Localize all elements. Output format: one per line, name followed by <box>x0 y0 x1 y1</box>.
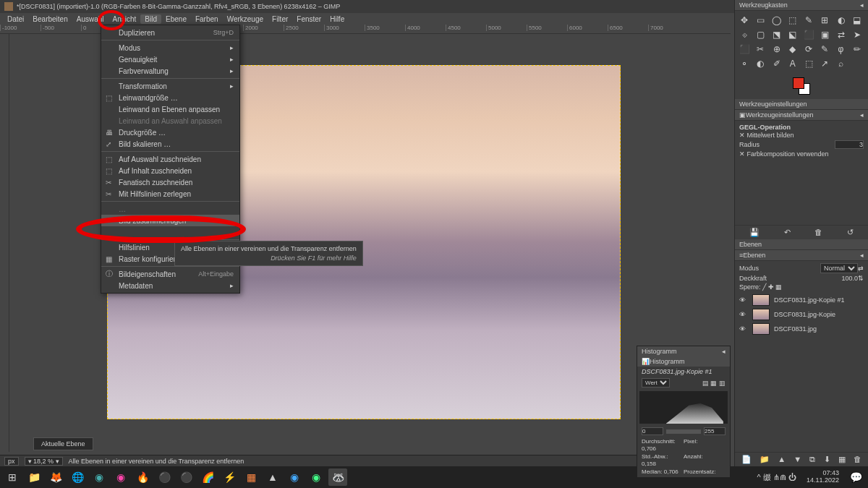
menu-bild-skalieren[interactable]: ⤢Bild skalieren … <box>101 138 239 150</box>
unit-select[interactable]: px <box>4 457 19 466</box>
lock-icons[interactable]: ╱ ✚ ▦ <box>762 283 782 291</box>
tab-menu-icon[interactable]: ◂ <box>860 111 864 119</box>
tool-28[interactable]: ⬚ <box>802 57 815 70</box>
menu-hilfe[interactable]: Hilfe <box>326 14 349 24</box>
menu-duplizieren[interactable]: DuplizierenStrg+D <box>101 27 239 38</box>
chrome-icon[interactable]: 🌐 <box>68 468 87 486</box>
start-button[interactable]: ⊞ <box>3 468 22 486</box>
menu-modus[interactable]: Modus▸ <box>101 42 239 53</box>
blend-mode-select[interactable]: Normal <box>820 263 858 273</box>
tool-9[interactable]: ▢ <box>754 28 767 41</box>
app-icon[interactable]: ⚫ <box>176 468 195 486</box>
tool-8[interactable]: ⟐ <box>738 28 751 41</box>
visibility-icon[interactable]: 👁 <box>739 296 748 304</box>
tool-19[interactable]: ◆ <box>786 43 799 56</box>
menu-ebene[interactable]: Ebene <box>161 14 191 24</box>
menu-transformation[interactable]: Transformation▸ <box>101 80 239 92</box>
app-icon[interactable]: ▲ <box>263 468 282 486</box>
menu-ansicht[interactable]: Ansicht <box>109 14 141 24</box>
reset-icon[interactable]: ↺ <box>847 228 854 237</box>
tool-27[interactable]: A <box>786 57 799 70</box>
channel-select[interactable]: Wert <box>642 378 670 388</box>
menu-fenster[interactable]: Fenster <box>292 14 326 24</box>
menu-datei[interactable]: Datei <box>3 14 28 24</box>
delete-layer-icon[interactable]: 🗑 <box>854 455 861 464</box>
menu-leinwand-ebenen[interactable]: Leinwand an Ebenen anpassen <box>101 103 239 115</box>
taskbar-clock[interactable]: 07:4314.11.2022 <box>802 470 843 484</box>
menu-metadaten[interactable]: Metadaten▸ <box>101 280 239 291</box>
tool-29[interactable]: ↗ <box>818 57 831 70</box>
visibility-icon[interactable]: 👁 <box>739 311 748 318</box>
opacity-spinner[interactable]: ⇅ <box>858 275 864 282</box>
tool-1[interactable]: ▭ <box>754 14 767 27</box>
merge-down-icon[interactable]: ⬇ <box>824 455 830 464</box>
app-icon[interactable]: ▦ <box>242 468 260 486</box>
notifications-icon[interactable]: 💬 <box>846 468 865 486</box>
layer-name[interactable]: DSCF0831.jpg-Kopie <box>774 311 835 318</box>
tool-18[interactable]: ⊕ <box>770 43 783 56</box>
tool-6[interactable]: ◐ <box>835 14 848 27</box>
menu-auf-inhalt-zuschneiden[interactable]: ⬚Auf Inhalt zuschneiden <box>101 165 239 176</box>
app-icon[interactable]: ◉ <box>90 468 109 486</box>
layer-name[interactable]: DSCF0831.jpg-Kopie #1 <box>774 296 845 304</box>
gimp-taskbar-icon[interactable]: 🦝 <box>328 468 347 486</box>
tool-options-tab[interactable]: ▣ Werkzeugeinstellungen◂ <box>735 110 868 121</box>
layer-row[interactable]: 👁DSCF0831.jpg <box>735 322 868 336</box>
tool-7[interactable]: ⬓ <box>851 14 864 27</box>
save-icon[interactable]: 💾 <box>749 228 760 237</box>
toolbox-close-icon[interactable]: ◂ <box>860 1 864 9</box>
delete-icon[interactable]: 🗑 <box>814 228 822 237</box>
x-icon[interactable]: ✕ <box>739 132 745 139</box>
app-icon[interactable]: ◉ <box>285 468 304 486</box>
menu-bild-zusammenfuegen[interactable]: Bild zusammenfügen <box>101 215 239 226</box>
new-layer-icon[interactable]: 📄 <box>741 455 752 464</box>
tool-22[interactable]: φ <box>835 43 848 56</box>
mode-arrows[interactable]: ⇄ <box>858 265 864 272</box>
app-icon[interactable]: 🌈 <box>198 468 217 486</box>
menu-hidden-merge[interactable]: … <box>101 203 239 215</box>
tool-10[interactable]: ⬔ <box>770 28 783 41</box>
visibility-icon[interactable]: 👁 <box>739 325 748 333</box>
app-icon[interactable]: ◉ <box>111 468 130 486</box>
menu-auf-auswahl-zuschneiden[interactable]: ⬚Auf Auswahl zuschneiden <box>101 153 239 165</box>
menu-bearbeiten[interactable]: Bearbeiten <box>28 14 72 24</box>
layer-up-icon[interactable]: ▲ <box>778 455 786 464</box>
tab-menu-icon[interactable]: ◂ <box>860 252 864 259</box>
app-icon[interactable]: ⚫ <box>155 468 174 486</box>
tool-17[interactable]: ✂ <box>754 43 767 56</box>
tool-0[interactable]: ✥ <box>738 14 751 27</box>
menu-werkzeuge[interactable]: Werkzeuge <box>223 14 268 24</box>
menu-bild[interactable]: Bild <box>140 14 161 24</box>
tool-21[interactable]: ✎ <box>818 43 831 56</box>
histogram-dialog[interactable]: Histogramm◂ 📊 Histogramm DSCF0831.jpg-Ko… <box>637 346 731 478</box>
tool-20[interactable]: ⟳ <box>802 43 815 56</box>
mask-icon[interactable]: ▦ <box>838 455 846 464</box>
menu-farben[interactable]: Farben <box>191 14 223 24</box>
menu-bildeigenschaften[interactable]: ⓘBildeigenschaftenAlt+Eingabe <box>101 268 239 280</box>
menu-genauigkeit[interactable]: Genauigkeit▸ <box>101 53 239 65</box>
opacity-value[interactable]: 100.0 <box>841 275 858 282</box>
menu-farbverwaltung[interactable]: Farbverwaltung▸ <box>101 65 239 77</box>
radius-input[interactable] <box>835 140 864 149</box>
tool-23[interactable]: ✏ <box>851 43 864 56</box>
layer-row[interactable]: 👁DSCF0831.jpg-Kopie <box>735 307 868 322</box>
menu-auswahl[interactable]: Auswahl <box>72 14 109 24</box>
tool-16[interactable]: ⬛ <box>738 43 751 56</box>
tool-26[interactable]: ✐ <box>770 57 783 70</box>
menu-leinwandgroesse[interactable]: ⬚Leinwandgröße … <box>101 92 239 103</box>
tool-24[interactable]: ⚬ <box>738 57 751 70</box>
tool-30[interactable]: ⌕ <box>835 57 848 70</box>
tool-14[interactable]: ⇄ <box>835 28 848 41</box>
app-icon[interactable]: 🔥 <box>133 468 152 486</box>
app-icon[interactable]: ⚡ <box>220 468 239 486</box>
range-low-input[interactable] <box>642 427 663 435</box>
histogram-tab[interactable]: 📊 Histogramm <box>637 356 730 367</box>
revert-icon[interactable]: ↶ <box>784 228 791 237</box>
tool-13[interactable]: ▣ <box>818 28 831 41</box>
tool-12[interactable]: ⬛ <box>802 28 815 41</box>
layers-tab[interactable]: ≡ Ebenen◂ <box>735 250 868 261</box>
fg-color[interactable] <box>793 77 804 89</box>
explorer-icon[interactable]: 📁 <box>25 468 43 486</box>
color-swatches[interactable] <box>735 73 868 99</box>
firefox-icon[interactable]: 🦊 <box>46 468 65 486</box>
